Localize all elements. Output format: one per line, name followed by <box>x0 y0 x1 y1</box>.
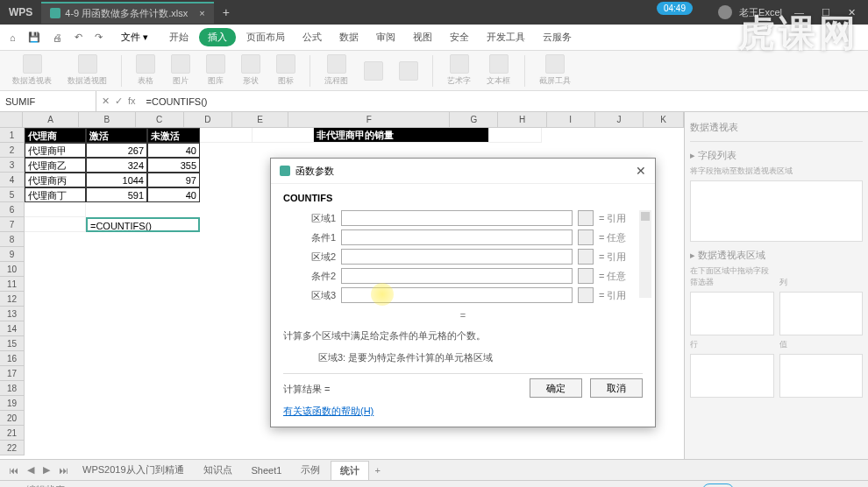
range-picker-icon[interactable] <box>578 287 594 303</box>
ribbon-gallery[interactable]: 图库 <box>201 53 231 88</box>
cancel-formula-icon[interactable]: ✕ <box>102 95 110 107</box>
ribbon-screenshot[interactable]: 截屏工具 <box>534 53 576 88</box>
save-icon[interactable]: 💾 <box>24 29 45 46</box>
menu-data[interactable]: 数据 <box>332 27 366 47</box>
menu-insert[interactable]: 插入 <box>199 28 236 46</box>
menu-view[interactable]: 视图 <box>406 27 439 47</box>
row-header[interactable]: 12 <box>0 292 25 307</box>
menu-security[interactable]: 安全 <box>443 27 476 47</box>
param-input-criteria2[interactable] <box>341 268 573 284</box>
col-header[interactable]: H <box>498 112 546 127</box>
undo-icon[interactable]: ↶ <box>70 29 87 46</box>
row-header[interactable]: 8 <box>0 232 25 247</box>
ribbon-flowchart[interactable]: 流程图 <box>319 53 353 88</box>
row-header[interactable]: 11 <box>0 277 25 292</box>
redo-icon[interactable]: ↷ <box>90 29 107 46</box>
row-header[interactable]: 9 <box>0 247 25 262</box>
dialog-scrollbar[interactable] <box>639 210 651 298</box>
ribbon-table[interactable]: 表格 <box>131 53 160 88</box>
row-header[interactable]: 20 <box>0 411 25 426</box>
sheet-tab[interactable]: Sheet1 <box>243 462 291 478</box>
menu-cloud[interactable]: 云服务 <box>536 27 579 47</box>
cell[interactable]: 代理商 <box>25 128 86 143</box>
formula-input[interactable]: =COUNTIFS() <box>141 96 868 107</box>
cancel-button[interactable]: 取消 <box>590 378 643 398</box>
param-input-range3[interactable] <box>341 287 573 303</box>
cell[interactable]: 代理商丁 <box>25 187 86 202</box>
param-input-range1[interactable] <box>341 210 573 226</box>
sheet-nav-next[interactable]: ▶ <box>39 464 53 476</box>
param-input-range2[interactable] <box>341 249 573 265</box>
row-header[interactable]: 22 <box>0 441 25 455</box>
col-header[interactable]: J <box>595 112 644 127</box>
sheet-tab[interactable]: 知识点 <box>195 461 241 479</box>
user-avatar[interactable] <box>718 5 732 19</box>
value-box[interactable] <box>779 354 864 398</box>
cell[interactable] <box>489 128 542 143</box>
cell[interactable]: 97 <box>147 173 200 187</box>
col-header[interactable]: F <box>288 112 450 127</box>
row-header[interactable]: 6 <box>0 202 25 217</box>
cell[interactable]: 1044 <box>86 173 147 187</box>
ribbon-pivotchart[interactable]: 数据透视图 <box>62 53 112 88</box>
col-header[interactable]: B <box>79 112 135 127</box>
col-header[interactable]: A <box>23 112 79 127</box>
fx-icon[interactable]: fx <box>128 95 136 107</box>
row-header[interactable]: 15 <box>0 336 25 351</box>
cell[interactable]: 40 <box>147 143 200 158</box>
cell[interactable]: 355 <box>147 158 200 173</box>
cell[interactable]: 代理商丙 <box>25 173 86 187</box>
row-header[interactable]: 14 <box>0 321 25 336</box>
param-input-criteria1[interactable] <box>341 229 573 245</box>
row-header[interactable]: 3 <box>0 158 25 173</box>
row-header[interactable]: 19 <box>0 396 25 411</box>
row-header[interactable]: 16 <box>0 351 25 366</box>
row-header[interactable]: 7 <box>0 217 25 232</box>
dialog-close-icon[interactable]: ✕ <box>636 164 646 178</box>
document-tab[interactable]: 4-9 用函数做多条件计数.xlsx × <box>41 2 213 24</box>
close-tab-icon[interactable]: × <box>199 8 204 18</box>
cell[interactable]: 代理商甲 <box>25 143 86 158</box>
col-header[interactable]: E <box>232 112 288 127</box>
col-header[interactable]: I <box>547 112 595 127</box>
row-header[interactable]: 18 <box>0 381 25 396</box>
row-header[interactable]: 2 <box>0 143 25 158</box>
cell[interactable]: 40 <box>147 187 200 202</box>
ok-button[interactable]: 确定 <box>530 378 582 398</box>
ribbon-pivottable[interactable]: 数据透视表 <box>7 53 57 88</box>
field-list-box[interactable] <box>690 180 863 242</box>
row-header[interactable]: 1 <box>0 128 25 143</box>
cell[interactable]: 激活 <box>86 128 147 143</box>
col-header[interactable]: G <box>450 112 498 127</box>
sheet-nav-first[interactable]: ⏮ <box>5 465 22 476</box>
cell[interactable]: 267 <box>86 143 147 158</box>
menu-layout[interactable]: 页面布局 <box>239 27 292 47</box>
filter-box[interactable] <box>690 292 774 335</box>
ribbon-picture[interactable]: 图片 <box>166 53 196 88</box>
col-header[interactable]: D <box>184 112 232 127</box>
range-picker-icon[interactable] <box>578 268 594 284</box>
col-header[interactable]: K <box>644 112 684 127</box>
range-picker-icon[interactable] <box>578 229 594 245</box>
cell[interactable]: 324 <box>86 158 147 173</box>
row-header[interactable]: 5 <box>0 187 25 202</box>
name-box[interactable]: SUMIF <box>0 91 96 111</box>
home-icon[interactable]: ⌂ <box>5 30 20 46</box>
cell[interactable] <box>200 128 253 143</box>
ifly-icon[interactable]: iFLY <box>702 483 734 488</box>
help-link[interactable]: 有关该函数的帮助(H) <box>283 405 374 418</box>
select-all-corner[interactable] <box>0 112 23 127</box>
new-tab-button[interactable]: + <box>214 5 238 19</box>
row-header[interactable]: 21 <box>0 426 25 441</box>
accept-formula-icon[interactable]: ✓ <box>115 95 123 107</box>
row-header[interactable]: 4 <box>0 173 25 187</box>
cell[interactable]: 未激活 <box>147 128 200 143</box>
menu-review[interactable]: 审阅 <box>369 27 402 47</box>
ribbon-chart2[interactable] <box>394 60 423 82</box>
col-header[interactable]: C <box>136 112 184 127</box>
ribbon-shapes[interactable]: 形状 <box>236 53 266 88</box>
active-cell[interactable]: =COUNTIFS() <box>86 217 200 232</box>
cell[interactable]: 非代理商甲的销量 <box>314 128 489 143</box>
cell[interactable]: 代理商乙 <box>25 158 86 173</box>
menu-devtools[interactable]: 开发工具 <box>480 27 532 47</box>
